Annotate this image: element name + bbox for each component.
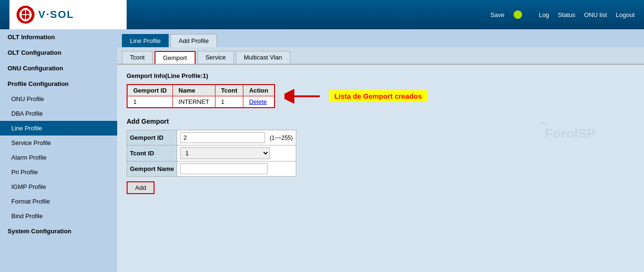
cell-tcont: 1 [215, 96, 243, 108]
annotation-label: Lista de Gemport creados [329, 90, 428, 102]
sidebar-item-onu-configuration[interactable]: ONU Configuration [0, 60, 117, 76]
header: V·SOL Save Log Status ONU list Logout [0, 0, 644, 29]
col-name: Name [172, 85, 215, 96]
input-cell-gemport-id: (1~~255) [177, 130, 296, 145]
logo-icon [17, 6, 34, 24]
tab-service[interactable]: Service [197, 51, 234, 64]
main-content: Line Profile Add Profile Tcont Gemport S… [117, 29, 644, 272]
content-area: Gemport Info(Line Profile:1) Gemport ID … [117, 65, 644, 202]
tab-add-profile[interactable]: Add Profile [171, 34, 217, 47]
logo-text: V·SOL [38, 8, 74, 21]
top-tab-bar: Line Profile Add Profile [117, 29, 644, 47]
svg-point-1 [21, 8, 30, 21]
layout: OLT Information OLT Configuration ONU Co… [0, 29, 644, 272]
tab-tcont[interactable]: Tcont [122, 51, 153, 64]
status-indicator [514, 10, 522, 19]
form-row-tcont-id: Tcont ID 1 2 3 [127, 145, 296, 162]
sidebar-item-igmp-profile[interactable]: IGMP Profile [0, 179, 117, 194]
logo-area: V·SOL [9, 0, 127, 29]
header-right: Save Log Status ONU list Logout [490, 10, 635, 19]
label-gemport-name: Gemport Name [127, 162, 177, 177]
sidebar-item-dba-profile[interactable]: DBA Profile [0, 106, 117, 121]
delete-link[interactable]: Delete [249, 98, 267, 105]
form-row-gemport-id: Gemport ID (1~~255) [127, 130, 296, 145]
form-row-gemport-name: Gemport Name [127, 162, 296, 177]
status-link[interactable]: Status [558, 11, 575, 18]
cell-gemport-id: 1 [127, 96, 172, 108]
add-gemport-title: Add Gemport [127, 118, 635, 125]
sidebar: OLT Information OLT Configuration ONU Co… [0, 29, 117, 272]
gemport-id-input[interactable] [180, 132, 265, 143]
gemport-info-title: Gemport Info(Line Profile:1) [127, 72, 635, 79]
sidebar-item-system-configuration[interactable]: System Configuration [0, 223, 117, 239]
log-link[interactable]: Log [539, 11, 549, 18]
sidebar-item-format-profile[interactable]: Format Profile [0, 194, 117, 209]
gemport-id-hint: (1~~255) [270, 135, 293, 141]
add-gemport-form: Gemport ID (1~~255) Tcont ID 1 2 3 [127, 130, 296, 177]
label-gemport-id: Gemport ID [127, 130, 177, 145]
gemport-table: Gemport ID Name Tcont Action 1 INTERNET … [127, 84, 275, 108]
tab-multicast-vlan[interactable]: Multicast Vlan [236, 51, 290, 64]
sidebar-item-olt-configuration[interactable]: OLT Configuration [0, 45, 117, 60]
input-cell-gemport-name [177, 162, 296, 177]
col-tcont: Tcont [215, 85, 243, 96]
sidebar-item-olt-information[interactable]: OLT Information [0, 29, 117, 45]
header-nav: Log Status ONU list Logout [532, 11, 635, 18]
svg-point-0 [17, 6, 34, 23]
annotation: Lista de Gemport creados [284, 89, 428, 103]
onu-list-link[interactable]: ONU list [584, 11, 607, 18]
logout-link[interactable]: Logout [616, 11, 635, 18]
col-action: Action [243, 85, 275, 96]
svg-text:ForoISP: ForoISP [545, 126, 595, 141]
sub-tab-bar: Tcont Gemport Service Multicast Vlan [117, 47, 644, 65]
col-gemport-id: Gemport ID [127, 85, 172, 96]
label-tcont-id: Tcont ID [127, 145, 177, 162]
add-button[interactable]: Add [127, 181, 155, 194]
cell-name: INTERNET [172, 96, 215, 108]
tcont-id-select[interactable]: 1 2 3 [180, 147, 270, 159]
sidebar-item-alarm-profile[interactable]: Alarm Profile [0, 150, 117, 165]
sidebar-item-pri-profile[interactable]: Pri Profile [0, 165, 117, 179]
sidebar-item-service-profile[interactable]: Service Profile [0, 136, 117, 150]
sidebar-item-bind-profile[interactable]: Bind Profile [0, 209, 117, 223]
gemport-table-wrapper: Gemport ID Name Tcont Action 1 INTERNET … [127, 84, 275, 108]
cell-action[interactable]: Delete [243, 96, 275, 108]
table-row: 1 INTERNET 1 Delete [127, 96, 275, 108]
sidebar-item-onu-profile[interactable]: ONU Profile [0, 92, 117, 106]
input-cell-tcont-id: 1 2 3 [177, 145, 296, 162]
arrow-icon [284, 89, 322, 103]
tab-line-profile[interactable]: Line Profile [122, 34, 169, 47]
save-label: Save [490, 11, 505, 18]
sidebar-item-line-profile[interactable]: Line Profile [0, 121, 117, 136]
tab-gemport[interactable]: Gemport [155, 51, 196, 64]
sidebar-item-profile-configuration[interactable]: Profile Configuration [0, 76, 117, 92]
gemport-name-input[interactable] [180, 163, 267, 174]
